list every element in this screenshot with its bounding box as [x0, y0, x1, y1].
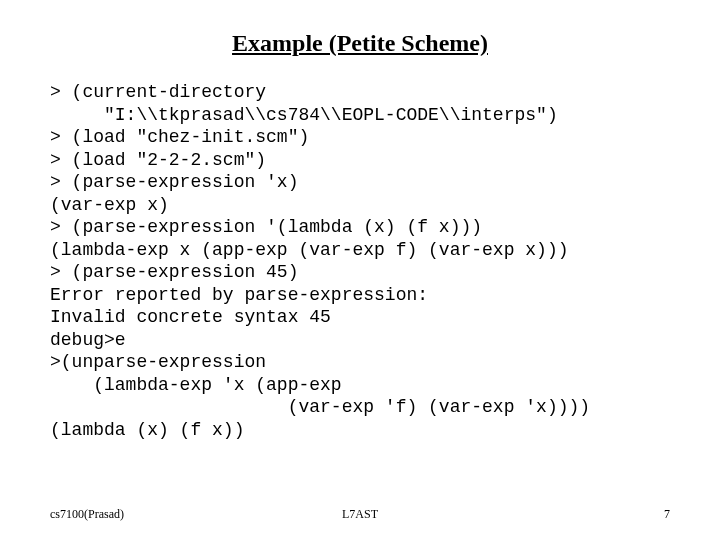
slide: Example (Petite Scheme) > (current-direc… [0, 0, 720, 540]
slide-title: Example (Petite Scheme) [50, 30, 670, 57]
code-block: > (current-directory "I:\\tkprasad\\cs78… [50, 81, 670, 441]
footer-center: L7AST [50, 507, 670, 522]
footer: cs7100(Prasad) L7AST 7 [50, 507, 670, 522]
